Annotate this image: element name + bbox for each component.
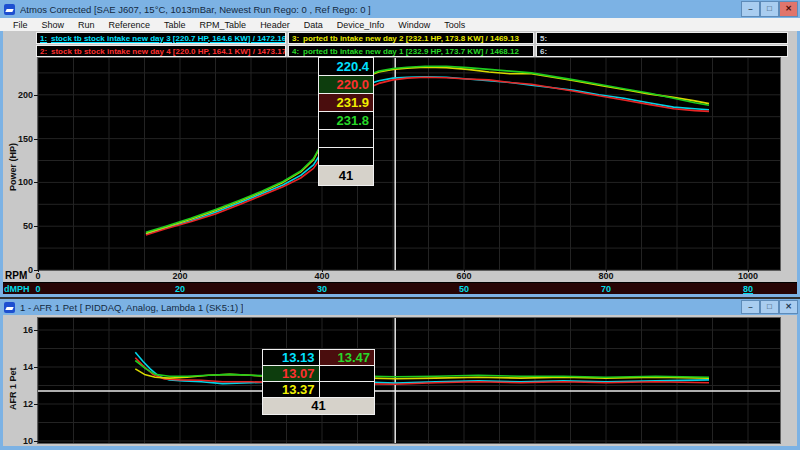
menu-reference[interactable]: Reference xyxy=(102,20,158,30)
minimize-icon[interactable]: – xyxy=(741,300,760,314)
afr-window: 1 - AFR 1 Pet [ PIDDAQ, Analog, Lambda 1… xyxy=(0,299,800,450)
y-tick-label: 14 xyxy=(7,362,33,372)
menu-rpm-table[interactable]: RPM_Table xyxy=(193,20,254,30)
x-tick-label: 600 xyxy=(449,271,479,281)
legend-run-2[interactable]: 2: stock tb stock intake new day 4 [220.… xyxy=(36,45,286,57)
x-tick-mark xyxy=(38,269,39,272)
legend-run-6-number: 6: xyxy=(537,47,551,56)
legend-run-4[interactable]: 4: ported tb intake new day 1 [232.9 HP,… xyxy=(288,45,534,57)
y-tick-label: 50 xyxy=(7,221,33,231)
legend-run-1-number: 1: xyxy=(37,34,51,43)
legend-run-6[interactable]: 6: xyxy=(536,45,788,57)
y-tick-mark xyxy=(34,226,38,227)
cursor-value-run-6 xyxy=(319,148,373,165)
afr-window-titlebar[interactable]: 1 - AFR 1 Pet [ PIDDAQ, Analog, Lambda 1… xyxy=(0,299,800,315)
menu-table[interactable]: Table xyxy=(157,20,193,30)
y-tick-mark xyxy=(34,330,38,331)
power-cursor-databox: 220.4 220.0 231.9 231.8 41 xyxy=(318,58,374,186)
y-tick-label: 10 xyxy=(7,436,33,446)
legend-column-2: 3: ported tb intake new day 2 [232.1 HP,… xyxy=(288,32,534,58)
y-tick-label: 0 xyxy=(7,265,33,275)
x-tick-mark xyxy=(606,269,607,272)
y-tick-label: 12 xyxy=(7,399,33,409)
afr-window-body: AFR 1 Pet 13.13 13.47 13.07 13.37 xyxy=(0,315,800,450)
minimize-icon[interactable]: – xyxy=(741,1,760,17)
afr-cursor-index: 41 xyxy=(262,397,375,415)
close-icon[interactable]: ✕ xyxy=(779,1,798,17)
afr-plot-svg[interactable] xyxy=(38,318,780,443)
x-tick-label: 1000 xyxy=(733,271,763,281)
y-tick-label: 150 xyxy=(7,134,33,144)
x-tick-mark xyxy=(322,269,323,272)
x-tick-mark xyxy=(180,269,181,272)
afr-cursor-value-run-4: 13.47 xyxy=(320,350,375,365)
legend-run-3[interactable]: 3: ported tb intake new day 2 [232.1 HP,… xyxy=(288,32,534,44)
y-tick-mark xyxy=(34,367,38,368)
window-border-left xyxy=(0,31,3,294)
power-window-titlebar[interactable]: Atmos Corrected [SAE J607, 15°C, 1013mBa… xyxy=(0,0,800,18)
menu-tools[interactable]: Tools xyxy=(437,20,472,30)
legend-run-5[interactable]: 5: xyxy=(536,32,788,44)
window-controls: – □ ✕ xyxy=(739,299,800,315)
cursor-value-run-3: 231.9 xyxy=(319,94,373,111)
x-tick-mark xyxy=(748,269,749,272)
y-tick-mark xyxy=(34,404,38,405)
legend-column-3: 5: 6: xyxy=(536,32,788,58)
afr-cursor-value-run-3: 13.37 xyxy=(263,382,319,397)
legend-run-5-number: 5: xyxy=(537,34,551,43)
menu-device-info[interactable]: Device_Info xyxy=(330,20,392,30)
dmph-value: 0 xyxy=(23,284,53,294)
afr-cursor-value-run-2: 13.07 xyxy=(263,366,319,381)
menu-data[interactable]: Data xyxy=(297,20,330,30)
afr-chart[interactable]: 13.13 13.47 13.07 13.37 41 xyxy=(38,318,780,443)
menu-file[interactable]: File xyxy=(6,20,35,30)
x-tick-mark xyxy=(464,269,465,272)
close-icon[interactable]: ✕ xyxy=(779,300,798,314)
legend-run-2-label: stock tb stock intake new day 4 [220.0 H… xyxy=(51,47,286,56)
window-border-left xyxy=(0,315,3,446)
cursor-value-run-5 xyxy=(319,130,373,147)
y-tick-mark xyxy=(34,441,38,442)
power-window: Atmos Corrected [SAE J607, 15°C, 1013mBa… xyxy=(0,0,800,297)
x-tick-label: 400 xyxy=(307,271,337,281)
x-tick-label: 200 xyxy=(165,271,195,281)
menu-show[interactable]: Show xyxy=(35,20,72,30)
window-border-bottom xyxy=(0,446,800,450)
y-tick-label: 200 xyxy=(7,90,33,100)
legend-run-3-number: 3: xyxy=(289,34,303,43)
dmph-value: 20 xyxy=(165,284,195,294)
afr-cursor-value-run-1: 13.13 xyxy=(263,350,319,365)
window-controls: – □ ✕ xyxy=(739,0,800,18)
power-window-title: Atmos Corrected [SAE J607, 15°C, 1013mBa… xyxy=(20,4,371,15)
menu-header[interactable]: Header xyxy=(253,20,297,30)
dmph-value: 50 xyxy=(449,284,479,294)
legend-run-3-label: ported tb intake new day 2 [232.1 HP, 17… xyxy=(303,34,519,43)
y-tick-label: 100 xyxy=(7,177,33,187)
menu-window[interactable]: Window xyxy=(391,20,437,30)
power-window-body: 1: stock tb stock intake new day 3 [220.… xyxy=(0,31,800,294)
y-tick-mark xyxy=(34,139,38,140)
y-tick-mark xyxy=(34,95,38,96)
x-tick-label: 800 xyxy=(591,271,621,281)
menu-bar: File Show Run Reference Table RPM_Table … xyxy=(0,18,800,31)
cursor-index: 41 xyxy=(318,165,374,186)
menu-run[interactable]: Run xyxy=(71,20,102,30)
rpm-axis-bar: RPM 02004006008001000 xyxy=(0,269,800,282)
afr-cursor-databox: 13.13 13.47 13.07 13.37 41 xyxy=(262,350,375,415)
maximize-icon[interactable]: □ xyxy=(760,300,779,314)
legend-run-4-label: ported tb intake new day 1 [232.9 HP, 17… xyxy=(303,47,519,56)
cursor-value-run-4: 231.8 xyxy=(319,112,373,129)
dmph-value: 70 xyxy=(591,284,621,294)
y-tick-mark xyxy=(34,270,38,271)
legend-run-4-number: 4: xyxy=(289,47,303,56)
desktop: Atmos Corrected [SAE J607, 15°C, 1013mBa… xyxy=(0,0,800,450)
power-plot-svg[interactable] xyxy=(38,58,780,270)
maximize-icon[interactable]: □ xyxy=(760,1,779,17)
dmph-value: 80 xyxy=(733,284,763,294)
legend-run-1[interactable]: 1: stock tb stock intake new day 3 [220.… xyxy=(36,32,286,44)
power-chart[interactable]: 220.4 220.0 231.9 231.8 41 xyxy=(38,58,780,270)
y-tick-mark xyxy=(34,182,38,183)
dmph-bar: dMPH 02030507080 xyxy=(0,282,800,294)
legend-run-2-number: 2: xyxy=(37,47,51,56)
afr-window-title: 1 - AFR 1 Pet [ PIDDAQ, Analog, Lambda 1… xyxy=(20,302,243,313)
